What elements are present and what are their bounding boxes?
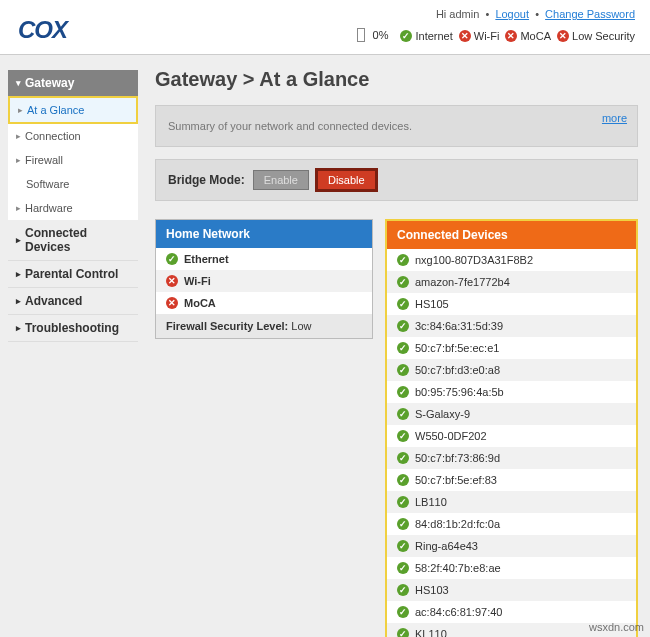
more-link[interactable]: more [602, 112, 627, 124]
home-network-item: ✓Ethernet [156, 248, 372, 270]
check-circle-icon: ✓ [397, 496, 409, 508]
sidebar-item-software[interactable]: Software [8, 172, 138, 196]
sidebar-item-advanced[interactable]: ▸Advanced [8, 288, 138, 315]
check-circle-icon: ✓ [397, 628, 409, 637]
chevron-right-icon: ▸ [16, 296, 21, 306]
sidebar-item-at-a-glance[interactable]: ▸At a Glance [8, 96, 138, 124]
chevron-right-icon: ▸ [16, 235, 21, 245]
check-circle-icon: ✓ [397, 540, 409, 552]
x-circle-icon: ✕ [459, 30, 471, 42]
home-network-item: ✕MoCA [156, 292, 372, 314]
status-label: Internet [415, 30, 452, 42]
top-links: Hi admin • Logout • Change Password [436, 8, 635, 20]
x-circle-icon: ✕ [505, 30, 517, 42]
device-name: S-Galaxy-9 [415, 408, 470, 420]
device-name: 58:2f:40:7b:e8:ae [415, 562, 501, 574]
nav-gateway[interactable]: ▾ Gateway [8, 70, 138, 96]
sidebar-item-label: Troubleshooting [25, 321, 119, 335]
sidebar-item-troubleshooting[interactable]: ▸Troubleshooting [8, 315, 138, 342]
home-network-item-label: Wi-Fi [184, 275, 211, 287]
enable-button[interactable]: Enable [253, 170, 309, 190]
status-label: MoCA [520, 30, 551, 42]
sidebar-item-label: Firewall [25, 154, 63, 166]
chevron-right-icon: ▸ [16, 203, 21, 213]
chevron-right-icon: ▸ [16, 131, 21, 141]
sidebar-item-parental-control[interactable]: ▸Parental Control [8, 261, 138, 288]
disable-button[interactable]: Disable [317, 170, 376, 190]
connected-device-item[interactable]: ✓S-Galaxy-9 [387, 403, 636, 425]
greeting: Hi admin [436, 8, 479, 20]
device-name: HS103 [415, 584, 449, 596]
sidebar-item-connected-devices[interactable]: ▸Connected Devices [8, 220, 138, 261]
device-name: 3c:84:6a:31:5d:39 [415, 320, 503, 332]
sidebar-item-label: Parental Control [25, 267, 118, 281]
connected-device-item[interactable]: ✓HS105 [387, 293, 636, 315]
connected-device-item[interactable]: ✓HS103 [387, 579, 636, 601]
x-circle-icon: ✕ [166, 297, 178, 309]
bridge-mode-box: Bridge Mode: Enable Disable [155, 159, 638, 201]
status-label: Wi-Fi [474, 30, 500, 42]
home-network-header: Home Network [156, 220, 372, 248]
connected-devices-header: Connected Devices [387, 221, 636, 249]
device-name: Ring-a64e43 [415, 540, 478, 552]
device-name: KL110 [415, 628, 447, 637]
main: Gateway > At a Glance Summary of your ne… [155, 68, 638, 637]
home-network-item-label: Ethernet [184, 253, 229, 265]
connected-device-item[interactable]: ✓b0:95:75:96:4a:5b [387, 381, 636, 403]
device-name: 50:c7:bf:5e:ef:83 [415, 474, 497, 486]
check-circle-icon: ✓ [397, 342, 409, 354]
status-label: Low Security [572, 30, 635, 42]
check-circle-icon: ✓ [397, 386, 409, 398]
watermark: wsxdn.com [589, 621, 644, 633]
connected-device-item[interactable]: ✓amazon-7fe1772b4 [387, 271, 636, 293]
connected-device-item[interactable]: ✓50:c7:bf:d3:e0:a8 [387, 359, 636, 381]
device-name: nxg100-807D3A31F8B2 [415, 254, 533, 266]
device-name: 50:c7:bf:73:86:9d [415, 452, 500, 464]
chevron-right-icon: ▸ [18, 105, 23, 115]
connected-device-item[interactable]: ✓Ring-a64e43 [387, 535, 636, 557]
device-name: ac:84:c6:81:97:40 [415, 606, 502, 618]
check-circle-icon: ✓ [397, 452, 409, 464]
logout-link[interactable]: Logout [495, 8, 529, 20]
connected-device-item[interactable]: ✓W550-0DF202 [387, 425, 636, 447]
battery-pct: 0% [373, 29, 389, 41]
connected-device-item[interactable]: ✓58:2f:40:7b:e8:ae [387, 557, 636, 579]
device-name: amazon-7fe1772b4 [415, 276, 510, 288]
connected-device-item[interactable]: ✓84:d8:1b:2d:fc:0a [387, 513, 636, 535]
check-circle-icon: ✓ [397, 430, 409, 442]
sidebar: ▾ Gateway ▸At a Glance▸Connection▸Firewa… [8, 70, 138, 342]
connected-device-item[interactable]: ✓50:c7:bf:5e:ef:83 [387, 469, 636, 491]
x-circle-icon: ✕ [166, 275, 178, 287]
check-circle-icon: ✓ [397, 474, 409, 486]
connected-device-item[interactable]: ✓LB110 [387, 491, 636, 513]
connected-devices-panel: Connected Devices ✓nxg100-807D3A31F8B2✓a… [385, 219, 638, 637]
check-circle-icon: ✓ [397, 562, 409, 574]
chevron-right-icon: ▸ [16, 323, 21, 333]
connected-device-item[interactable]: ✓3c:84:6a:31:5d:39 [387, 315, 636, 337]
check-circle-icon: ✓ [397, 254, 409, 266]
bridge-label: Bridge Mode: [168, 173, 245, 187]
summary-text: Summary of your network and connected de… [168, 120, 412, 132]
check-circle-icon: ✓ [397, 518, 409, 530]
home-network-item-label: MoCA [184, 297, 216, 309]
check-circle-icon: ✓ [397, 606, 409, 618]
connected-device-item[interactable]: ✓ac:84:c6:81:97:40 [387, 601, 636, 623]
chevron-right-icon: ▸ [16, 155, 21, 165]
device-name: W550-0DF202 [415, 430, 487, 442]
check-circle-icon: ✓ [397, 584, 409, 596]
sidebar-item-connection[interactable]: ▸Connection [8, 124, 138, 148]
check-circle-icon: ✓ [166, 253, 178, 265]
logo: COX [18, 16, 67, 44]
x-circle-icon: ✕ [557, 30, 569, 42]
connected-device-item[interactable]: ✓50:c7:bf:73:86:9d [387, 447, 636, 469]
sidebar-item-label: At a Glance [27, 104, 84, 116]
connected-device-item[interactable]: ✓50:c7:bf:5e:ec:e1 [387, 337, 636, 359]
sidebar-item-firewall[interactable]: ▸Firewall [8, 148, 138, 172]
status-row: 0% ✓Internet✕Wi-Fi✕MoCA✕Low Security [357, 28, 635, 42]
check-circle-icon: ✓ [397, 276, 409, 288]
device-name: HS105 [415, 298, 449, 310]
connected-device-item[interactable]: ✓nxg100-807D3A31F8B2 [387, 249, 636, 271]
sidebar-item-hardware[interactable]: ▸Hardware [8, 196, 138, 220]
device-name: 84:d8:1b:2d:fc:0a [415, 518, 500, 530]
change-password-link[interactable]: Change Password [545, 8, 635, 20]
